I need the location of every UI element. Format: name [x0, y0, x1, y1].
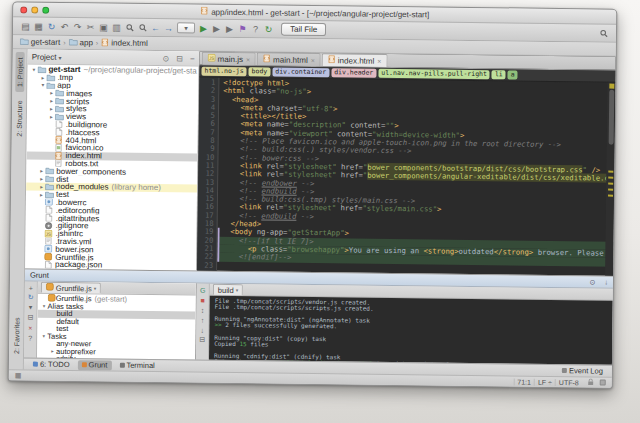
scrollbar-thumb[interactable] [609, 90, 615, 145]
file-file-icon [45, 206, 55, 214]
help-icon[interactable]: ? [28, 334, 32, 342]
html-file-icon [328, 55, 336, 65]
close-icon[interactable]: × [246, 56, 250, 63]
folder-icon [20, 37, 29, 47]
soft-wrap-icon[interactable]: ⊟ [199, 336, 205, 344]
code-editor[interactable]: <!doctype html><html class="no-js"> <hea… [217, 78, 615, 276]
build-console-tab[interactable]: build ▾ [213, 284, 244, 295]
stop-icon[interactable]: ■ [201, 296, 205, 304]
filter-icon[interactable]: ▾ [29, 304, 33, 312]
lock-icon[interactable] [588, 378, 594, 386]
tag-chip-div-header[interactable]: div.header [331, 68, 376, 78]
grunt-header-title: Grunt [30, 271, 49, 280]
settings-icon[interactable]: ⊙ [590, 278, 596, 286]
close-window-button[interactable] [20, 6, 27, 13]
minimize-window-button[interactable] [31, 7, 38, 14]
toolbar-undo-button[interactable]: ↶ [58, 19, 71, 33]
chevron-right-icon[interactable]: ▸ [48, 90, 55, 96]
editor-tab-main-html[interactable]: main.html× [257, 52, 321, 66]
js-file-icon: JS [208, 54, 216, 64]
toolbar-save-all-button[interactable]: ▦ [32, 19, 45, 33]
toolbar-back-button[interactable]: ← [149, 20, 162, 34]
add-task-icon[interactable]: + [29, 284, 33, 292]
toolbar-cut-button[interactable]: ✂ [84, 20, 97, 34]
breadcrumb-item-app[interactable]: app [68, 38, 92, 48]
folder-file-icon [55, 105, 65, 113]
toolbar-redo-button[interactable]: ↷ [71, 20, 84, 34]
hide-icon[interactable]: ↓ [604, 278, 608, 286]
html-file-icon [263, 54, 271, 64]
toolbar-debug-button[interactable]: ▶ [210, 21, 223, 35]
grunt-icon [82, 362, 87, 367]
breadcrumb-item-get-start[interactable]: get-start [20, 37, 60, 47]
tool-window-switcher-icon[interactable]: ▦ [15, 371, 22, 379]
toolbar-paste-button[interactable]: ▥ [110, 20, 123, 34]
toolbar-profiler-button[interactable]: ⚑ [236, 22, 249, 36]
folder-file-icon [46, 73, 56, 81]
file-icon [200, 7, 208, 17]
settings-icon[interactable]: ⊙ [163, 54, 170, 63]
gruntfile-tab[interactable]: Gruntfile.js ▾ [41, 282, 102, 294]
reload-tasks-icon[interactable]: ↻ [28, 294, 34, 302]
file-file-icon [45, 214, 55, 222]
chevron-down-icon[interactable]: ▾ [59, 53, 62, 60]
rerun-grunt-icon[interactable]: G [200, 286, 206, 294]
close-icon[interactable]: × [28, 324, 32, 332]
breadcrumb-item-index.html[interactable]: index.html [101, 38, 148, 49]
line-separator[interactable]: LF ÷ [534, 378, 555, 385]
editor-scrollbar[interactable] [605, 83, 615, 276]
prev-message-icon[interactable]: ↑ [201, 316, 205, 324]
tag-chip-div-container[interactable]: div.container [272, 67, 329, 77]
image-file-icon [55, 144, 65, 152]
chevron-down-icon[interactable]: ▾ [40, 333, 47, 339]
collapse-all-icon[interactable]: ⊟ [176, 54, 183, 63]
editor-tab-index-html[interactable]: index.html× [322, 53, 388, 67]
bower-file-icon [45, 198, 55, 206]
zoom-window-button[interactable] [42, 7, 49, 14]
tag-chip-html-no-js[interactable]: html.no-js [201, 67, 246, 77]
toolbar-copy-button[interactable]: ▣ [97, 20, 110, 34]
build-console-output[interactable]: File .tmp/concat/scripts/vendor.js creat… [209, 296, 613, 365]
stripe-tab----favorites[interactable]: 2: Favorites [11, 313, 21, 360]
toolbar-run-config-button[interactable]: ▾ [177, 22, 195, 33]
tool-window-button-event-log[interactable]: Event Log [558, 366, 607, 377]
restore-layout-icon[interactable]: ↕ [201, 306, 205, 314]
toolbar-synchronize-button[interactable]: ↻ [45, 19, 58, 33]
close-icon[interactable]: × [311, 56, 315, 63]
toolbar-help-button[interactable]: ? [249, 22, 262, 36]
tag-chip-a[interactable]: a [508, 70, 518, 79]
project-panel-title[interactable]: Project [32, 52, 57, 61]
toolbar-run-button[interactable]: ▶ [197, 21, 210, 35]
tool-window-button----todo[interactable]: 6: TODO [29, 359, 74, 370]
tree-item-extra: ~/project/angular-project/get-sta [83, 66, 196, 76]
tool-window-button-terminal[interactable]: Terminal [115, 360, 158, 371]
hide-icon[interactable]: − [190, 54, 195, 63]
stripe-tab----project[interactable]: 1: Project [15, 52, 24, 92]
chevron-right-icon[interactable]: ▸ [38, 168, 45, 174]
breadcrumb-label: index.html [111, 39, 148, 48]
caret-position[interactable]: 71:1 [513, 378, 534, 385]
tag-chip-ul-nav-nav-pills-pull-right[interactable]: ul.nav.nav-pills.pull-right [378, 69, 490, 79]
toolbar-find-button[interactable] [123, 20, 136, 34]
stripe-tab----structure[interactable]: 2: Structure [14, 95, 24, 141]
tail-file-button[interactable]: Tail File [281, 23, 326, 37]
tag-chip-li[interactable]: li [492, 70, 506, 79]
encoding[interactable]: UTF-8 [555, 378, 582, 385]
tool-window-button-grunt[interactable]: Grunt [78, 360, 112, 370]
search-everywhere-icon[interactable] [597, 26, 610, 40]
svg-text:JS: JS [209, 56, 214, 61]
toolbar-update-button[interactable]: ↻ [262, 22, 275, 36]
inspection-status-icon[interactable] [609, 84, 614, 89]
line-number-gutter: 1234567891011121314151617181920212223 [197, 78, 219, 271]
toolbar-coverage-button[interactable]: ▶ [223, 21, 236, 35]
hector-icon[interactable] [600, 380, 606, 386]
toolbar-replace-button[interactable] [136, 20, 149, 34]
close-icon[interactable]: × [377, 57, 381, 64]
editor-tab-main-js[interactable]: JSmain.js× [202, 52, 257, 66]
tag-chip-body[interactable]: body [249, 67, 271, 76]
toolbar-open-button[interactable]: ▤ [19, 19, 32, 33]
collapse-all-icon[interactable]: ⊟ [27, 314, 33, 322]
toolbar-forward-button[interactable]: → [162, 21, 175, 35]
next-message-icon[interactable]: ↓ [201, 326, 205, 334]
folder-file-icon [46, 81, 56, 89]
